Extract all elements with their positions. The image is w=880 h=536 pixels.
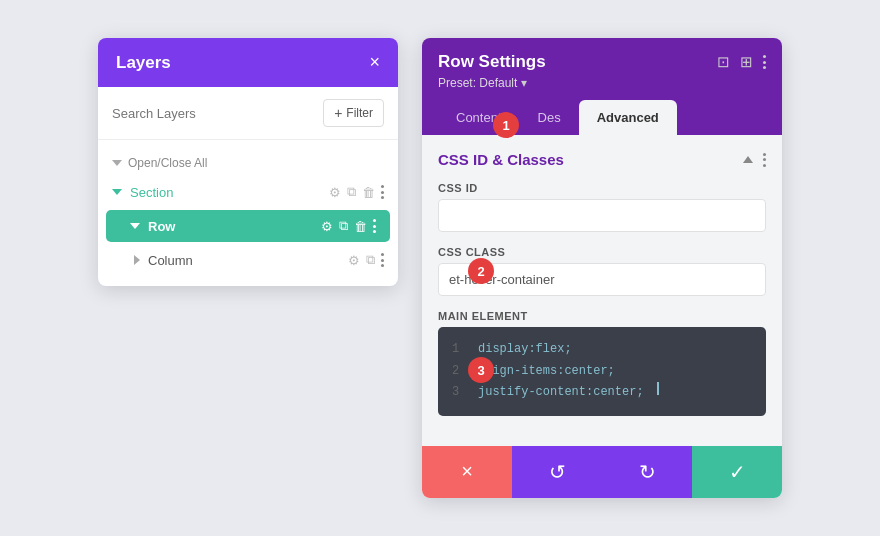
layers-search-row: + Filter bbox=[98, 87, 398, 140]
settings-header-top: Row Settings ⊡ ⊞ bbox=[438, 52, 766, 72]
col-more-icon[interactable] bbox=[381, 253, 384, 267]
settings-body: CSS ID & Classes CSS ID CSS Class et-hov… bbox=[422, 135, 782, 446]
more-icon[interactable] bbox=[381, 185, 384, 199]
section-more-icon[interactable] bbox=[763, 153, 766, 167]
badge-3: 3 bbox=[468, 357, 494, 383]
layers-search-input[interactable] bbox=[112, 106, 315, 121]
css-section-title: CSS ID & Classes bbox=[438, 151, 564, 168]
row-more-icon[interactable] bbox=[373, 219, 376, 233]
badge-2: 2 bbox=[468, 258, 494, 284]
collapse-icon[interactable] bbox=[743, 156, 753, 163]
code-line-1: 1 display:flex; bbox=[452, 339, 752, 361]
code-line-3: 3 justify-content:center; bbox=[452, 382, 752, 404]
layers-header: Layers × bbox=[98, 38, 398, 87]
cursor bbox=[657, 382, 659, 395]
layers-close-button[interactable]: × bbox=[369, 52, 380, 73]
section-controls bbox=[743, 153, 766, 167]
main-element-label: Main Element bbox=[438, 310, 766, 322]
css-id-group: CSS ID bbox=[438, 182, 766, 232]
layers-title: Layers bbox=[116, 53, 171, 73]
main-container: Layers × + Filter Open/Close All Section… bbox=[78, 18, 802, 518]
settings-header: Row Settings ⊡ ⊞ Preset: Default ▾ Conte… bbox=[422, 38, 782, 135]
column-label: Column bbox=[148, 253, 340, 268]
chevron-down-icon bbox=[112, 160, 122, 166]
confirm-button[interactable]: ✓ bbox=[692, 446, 782, 498]
settings-more-icon[interactable] bbox=[763, 55, 766, 69]
css-id-label: CSS ID bbox=[438, 182, 766, 194]
settings-tabs: Content Des Advanced bbox=[438, 100, 766, 135]
code-text-3: justify-content:center; bbox=[478, 382, 644, 404]
open-close-all[interactable]: Open/Close All bbox=[98, 150, 398, 176]
section-icons: ⚙ ⧉ 🗑 bbox=[329, 184, 384, 200]
reset-button[interactable]: ↺ bbox=[512, 446, 602, 498]
line-num-2: 2 bbox=[452, 361, 466, 383]
code-line-2: 2 align-items:center; bbox=[452, 361, 752, 383]
row-icons: ⚙ ⧉ 🗑 bbox=[321, 218, 376, 234]
resize-icon[interactable]: ⊡ bbox=[717, 53, 730, 71]
tab-advanced[interactable]: Advanced bbox=[579, 100, 677, 135]
plus-icon: + bbox=[334, 105, 342, 121]
row-label: Row bbox=[148, 219, 313, 234]
layers-panel: Layers × + Filter Open/Close All Section… bbox=[98, 38, 398, 286]
settings-footer: × ↺ ↻ ✓ bbox=[422, 446, 782, 498]
row-gear-icon[interactable]: ⚙ bbox=[321, 219, 333, 234]
trash-icon[interactable]: 🗑 bbox=[362, 185, 375, 200]
section-expand-icon bbox=[112, 189, 122, 195]
tab-design[interactable]: Des bbox=[520, 100, 579, 135]
row-expand-icon bbox=[130, 223, 140, 229]
layer-item-row[interactable]: Row ⚙ ⧉ 🗑 bbox=[106, 210, 390, 242]
col-gear-icon[interactable]: ⚙ bbox=[348, 253, 360, 268]
row-trash-icon[interactable]: 🗑 bbox=[354, 219, 367, 234]
copy-icon[interactable]: ⧉ bbox=[347, 184, 356, 200]
line-num-3: 3 bbox=[452, 382, 466, 404]
filter-button[interactable]: + Filter bbox=[323, 99, 384, 127]
layer-item-section[interactable]: Section ⚙ ⧉ 🗑 bbox=[98, 176, 398, 208]
badge-1: 1 bbox=[493, 112, 519, 138]
layer-item-column[interactable]: Column ⚙ ⧉ bbox=[98, 244, 398, 276]
css-class-label: CSS Class bbox=[438, 246, 766, 258]
css-id-input[interactable] bbox=[438, 199, 766, 232]
line-num-1: 1 bbox=[452, 339, 466, 361]
row-copy-icon[interactable]: ⧉ bbox=[339, 218, 348, 234]
cancel-button[interactable]: × bbox=[422, 446, 512, 498]
columns-icon[interactable]: ⊞ bbox=[740, 53, 753, 71]
section-label: Section bbox=[130, 185, 321, 200]
redo-button[interactable]: ↻ bbox=[602, 446, 692, 498]
gear-icon[interactable]: ⚙ bbox=[329, 185, 341, 200]
column-expand-icon bbox=[134, 255, 140, 265]
code-text-1: display:flex; bbox=[478, 339, 572, 361]
css-section-header: CSS ID & Classes bbox=[438, 151, 766, 168]
column-icons: ⚙ ⧉ bbox=[348, 252, 384, 268]
code-text-2: align-items:center; bbox=[478, 361, 615, 383]
settings-title: Row Settings bbox=[438, 52, 546, 72]
col-copy-icon[interactable]: ⧉ bbox=[366, 252, 375, 268]
layers-body: Open/Close All Section ⚙ ⧉ 🗑 Row bbox=[98, 140, 398, 286]
header-icons: ⊡ ⊞ bbox=[717, 53, 766, 71]
settings-preset: Preset: Default ▾ bbox=[438, 76, 766, 90]
